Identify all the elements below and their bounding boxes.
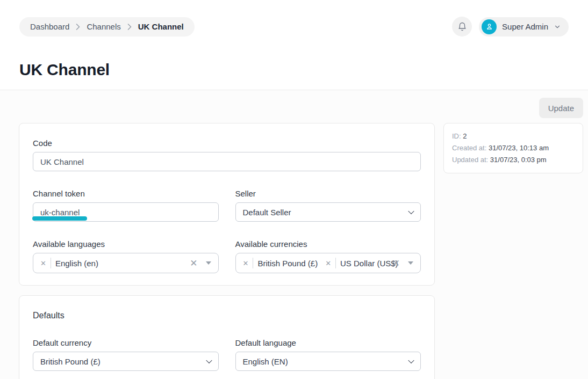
meta-created-label: Created at:	[452, 144, 486, 152]
seller-select[interactable]: Default Seller	[235, 202, 421, 222]
chip-remove-icon[interactable]: ✕	[40, 260, 46, 267]
chip-label: English (en)	[55, 259, 98, 268]
form-column: Code Channel token Seller	[19, 123, 435, 379]
user-name: Super Admin	[502, 22, 548, 31]
meta-updated: Updated at: 31/07/23, 0:03 pm	[452, 154, 575, 166]
avatar	[482, 19, 497, 34]
caret-down-icon	[408, 261, 413, 265]
chip-remove-icon[interactable]: ✕	[325, 260, 331, 267]
meta-card: ID: 2 Created at: 31/07/23, 10:13 am Upd…	[443, 123, 583, 173]
default-currency-field-group: Default currency British Pound (£)	[33, 338, 219, 371]
meta-id-label: ID:	[452, 132, 461, 140]
field-row: Default currency British Pound (£) Defau…	[33, 338, 421, 371]
chips: ✕ English (en)	[40, 258, 98, 268]
meta-id-value: 2	[463, 132, 467, 140]
general-card: Code Channel token Seller	[19, 123, 435, 286]
page-title: UK Channel	[19, 61, 569, 79]
chip-divider	[253, 258, 253, 268]
channel-token-field-group: Channel token	[33, 189, 219, 222]
defaults-card: Defaults Default currency British Pound …	[19, 295, 435, 379]
code-label: Code	[33, 139, 421, 148]
default-language-select[interactable]: English (EN)	[235, 352, 421, 371]
user-menu-button[interactable]: Super Admin	[479, 17, 569, 37]
chips: ✕ British Pound (£) ✕ US Dollar (US$)	[243, 258, 387, 268]
chevron-right-icon	[76, 24, 80, 30]
chip-label: British Pound (£)	[257, 259, 318, 268]
chip-remove-icon[interactable]: ✕	[243, 260, 249, 267]
default-language-label: Default language	[235, 338, 421, 347]
breadcrumb-item-current: UK Channel	[138, 22, 184, 31]
default-currency-label: Default currency	[33, 338, 219, 347]
defaults-heading: Defaults	[33, 311, 421, 320]
meta-created: Created at: 31/07/23, 10:13 am	[452, 142, 575, 154]
available-currencies-label: Available currencies	[235, 239, 421, 249]
notifications-button[interactable]	[452, 17, 472, 37]
update-button[interactable]: Update	[539, 98, 583, 118]
meta-created-value: 31/07/23, 10:13 am	[489, 144, 549, 152]
available-currencies-multiselect[interactable]: ✕ British Pound (£) ✕ US Dollar (US$)	[235, 253, 421, 273]
meta-column: ID: 2 Created at: 31/07/23, 10:13 am Upd…	[443, 123, 583, 173]
clear-icon[interactable]: ✕	[392, 259, 400, 268]
seller-label: Seller	[235, 189, 421, 198]
default-currency-select[interactable]: British Pound (£)	[33, 352, 219, 371]
available-languages-multiselect[interactable]: ✕ English (en) ✕	[33, 253, 219, 273]
page-header: Dashboard Channels UK Channel Super Admi…	[0, 0, 588, 90]
multiselect-controls: ✕	[184, 259, 211, 268]
code-input[interactable]	[33, 152, 421, 171]
caret-down-icon	[206, 261, 211, 265]
available-currencies-field-group: Available currencies ✕ British Pound (£)…	[235, 239, 421, 273]
top-bar: Dashboard Channels UK Channel Super Admi…	[19, 17, 569, 37]
breadcrumb-item-channels[interactable]: Channels	[87, 22, 120, 31]
layout-columns: Code Channel token Seller	[19, 123, 583, 379]
chevron-down-icon	[554, 23, 561, 31]
breadcrumb: Dashboard Channels UK Channel	[19, 17, 195, 37]
field-row: Available languages ✕ English (en) ✕	[33, 239, 421, 273]
code-field-group: Code	[33, 139, 421, 171]
default-language-field-group: Default language English (EN)	[235, 338, 421, 371]
chip-divider	[335, 258, 336, 268]
breadcrumb-item-dashboard[interactable]: Dashboard	[30, 22, 69, 31]
field-row: Channel token Seller Default Seller	[33, 189, 421, 222]
field-row: Code	[33, 139, 421, 171]
accent-underline	[32, 216, 87, 221]
page-content: Update Code Channel token	[0, 90, 588, 379]
chevron-right-icon	[127, 24, 132, 30]
bell-icon	[457, 22, 467, 32]
header-actions: Super Admin	[452, 17, 569, 37]
meta-updated-value: 31/07/23, 0:03 pm	[490, 156, 547, 164]
available-languages-label: Available languages	[33, 239, 219, 249]
channel-token-label: Channel token	[33, 189, 219, 198]
meta-updated-label: Updated at:	[452, 156, 488, 164]
meta-id: ID: 2	[452, 130, 575, 142]
seller-field-group: Seller Default Seller	[235, 189, 421, 222]
person-icon	[485, 23, 493, 31]
chip-divider	[51, 258, 51, 268]
multiselect-controls: ✕	[387, 259, 413, 268]
toolbar: Update	[19, 98, 583, 118]
available-languages-field-group: Available languages ✕ English (en) ✕	[33, 239, 219, 273]
chip: ✕ English (en)	[40, 258, 98, 268]
clear-icon[interactable]: ✕	[190, 259, 197, 268]
chip: ✕ British Pound (£)	[243, 258, 318, 268]
